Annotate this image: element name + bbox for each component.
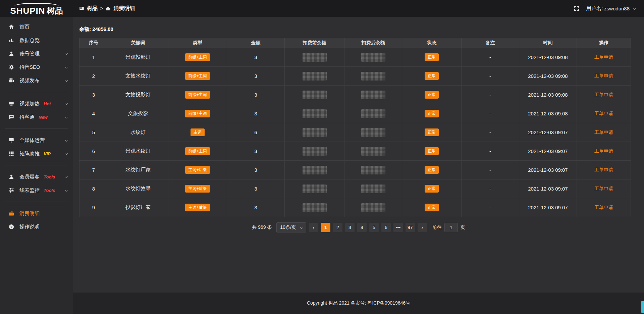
table-row: 2文旅水纹灯前缀+主词3正常-2021-12-03 09:08工单申请 [79,67,631,86]
app-logo: SHUPIN 树品 [0,2,73,15]
page-button-1[interactable]: 1 [321,223,330,232]
sidebar-item-video-publish[interactable]: 视频发布 [0,74,73,87]
prev-page-button[interactable]: ‹ [309,223,318,232]
cell-remark: - [462,123,519,142]
page-button-5[interactable]: 5 [369,223,379,232]
sidebar-item-douketong[interactable]: 抖客通New [0,110,73,124]
blurred-balance [303,203,327,212]
chevron-down-icon [65,78,68,82]
logo-arc [14,3,59,6]
cell-seq: 3 [79,86,108,104]
breadcrumb-home-icon [79,6,84,11]
balance-display: 余额: 24856.00 [79,26,644,33]
page-button-6[interactable]: 6 [381,223,391,232]
sidebar-item-operation-guide[interactable]: ?操作说明 [0,220,73,233]
fullscreen-icon[interactable] [574,5,580,11]
work-order-link[interactable]: 工单申请 [594,167,613,172]
cell-status: 正常 [402,48,462,67]
blurred-balance [361,53,385,62]
page-button-2[interactable]: 2 [333,223,342,232]
blurred-balance [303,109,327,118]
cell-balance_after [344,104,402,123]
corner-widget[interactable] [641,301,644,313]
table-row: 9投影灯厂家主词+后缀3正常-2021-12-03 09:07工单申请 [79,198,631,217]
sidebar-item-account-management[interactable]: 账号管理 [0,47,73,60]
work-order-link[interactable]: 工单申请 [594,111,613,116]
cell-time: 2021-12-03 09:07 [519,161,577,179]
work-order-link[interactable]: 工单申请 [594,73,613,78]
sidebar-item-data-overview[interactable]: 数据总览 [0,34,73,47]
table-row: 4文旅投影前缀+主词3正常-2021-12-03 09:08工单申请 [79,104,631,123]
member-icon [8,173,15,180]
sidebar: 首页数据总览账号管理抖音SEO视频发布视频加热Hot抖客通New全媒体运营矩阵助… [0,17,73,314]
status-badge: 正常 [425,166,439,173]
status-badge: 正常 [425,53,439,61]
column-header-type: 类型 [168,38,227,48]
username-value: zswodun88 [604,6,630,11]
user-menu[interactable]: 用户名: zswodun88 [586,5,635,12]
sidebar-item-label: 矩阵助推 [19,151,40,157]
table-row: 3文旅投影灯前缀+主词3正常-2021-12-03 09:08工单申请 [79,86,631,104]
breadcrumb-home[interactable]: 树品 [87,5,98,12]
cell-seq: 4 [79,104,108,123]
cell-keyword: 景观水纹灯 [108,142,168,161]
cell-balance_before [285,123,344,142]
goto-page-input[interactable] [444,223,458,232]
cell-keyword: 水纹灯 [108,123,168,142]
type-badge: 主词 [191,128,205,136]
cell-seq: 2 [79,67,108,86]
sidebar-item-clue-monitor[interactable]: 线索监控Tools [0,184,73,197]
status-badge: 正常 [425,185,439,192]
breadcrumb-separator: > [100,6,103,11]
status-badge: 正常 [425,91,439,98]
sidebar-item-tag: Hot [44,101,51,106]
blurred-balance [303,91,327,99]
work-order-link[interactable]: 工单申请 [594,148,613,154]
sidebar-item-douyin-seo[interactable]: 抖音SEO [0,60,73,74]
work-order-link[interactable]: 工单申请 [594,129,613,135]
column-header-time: 时间 [519,38,577,48]
sidebar-item-all-media-operation[interactable]: 全媒体运营 [0,134,73,147]
cell-remark: - [462,67,519,86]
work-order-link[interactable]: 工单申请 [594,54,613,60]
blurred-balance [361,128,385,137]
sidebar-item-label: 视频发布 [19,77,40,84]
next-page-button[interactable]: › [418,223,427,232]
sidebar-item-tag: Tools [44,188,55,193]
sidebar-item-label: 会员爆客 [19,174,40,180]
sidebar-item-tag: Tools [44,174,55,179]
cell-balance_before [285,104,344,123]
username-label: 用户名: [586,5,603,12]
sidebar-item-consumption-detail[interactable]: 消费明细 [0,207,73,220]
chevron-down-icon [65,52,68,55]
work-order-link[interactable]: 工单申请 [594,92,613,97]
sidebar-item-home[interactable]: 首页 [0,20,73,34]
column-header-seq: 序号 [79,38,108,48]
work-order-link[interactable]: 工单申请 [594,205,613,210]
cell-action: 工单申请 [577,104,631,123]
cell-time: 2021-12-03 09:08 [519,86,577,104]
sidebar-item-member-baoke[interactable]: 会员爆客Tools [0,170,73,184]
sidebar-item-matrix-boost[interactable]: 矩阵助推VIP [0,147,73,160]
cell-action: 工单申请 [577,198,631,217]
page-button-97[interactable]: 97 [406,223,415,232]
cell-time: 2021-12-03 09:07 [519,123,577,142]
cell-remark: - [462,48,519,67]
type-badge: 主词+后缀 [185,166,210,173]
sidebar-item-video-heating[interactable]: 视频加热Hot [0,97,73,110]
page-button-4[interactable]: 4 [357,223,367,232]
page-size-select[interactable]: 10条/页 [276,222,306,232]
cell-type: 主词 [168,123,227,142]
table-row: 8水纹灯效果主词+后缀3正常-2021-12-03 09:07工单申请 [79,179,631,198]
sidebar-item-label: 账号管理 [19,51,40,57]
cell-balance_after [344,86,402,104]
work-order-link[interactable]: 工单申请 [594,186,613,191]
cell-status: 正常 [402,142,462,161]
type-badge: 前缀+主词 [185,110,210,117]
page-ellipsis-button[interactable]: ••• [393,223,403,232]
page-button-3[interactable]: 3 [345,223,355,232]
cell-status: 正常 [402,161,462,179]
cell-time: 2021-12-03 09:07 [519,142,577,161]
bar-chart-icon [8,37,15,44]
sidebar-item-tag: New [39,115,48,120]
